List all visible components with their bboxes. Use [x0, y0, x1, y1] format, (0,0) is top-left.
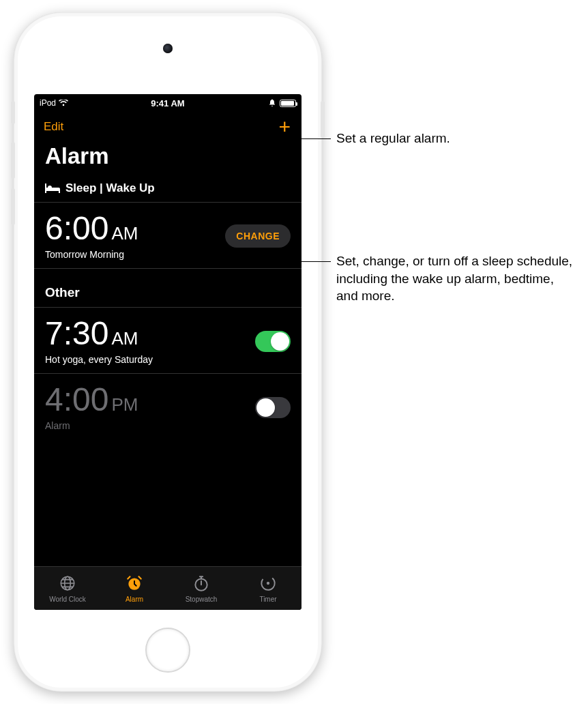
sleep-section-header: Sleep | Wake Up — [34, 179, 302, 203]
edit-button[interactable]: Edit — [44, 120, 63, 134]
front-camera — [163, 44, 173, 53]
screen: iPod 9:41 AM Edit + Alarm Sl — [34, 94, 302, 610]
battery-icon — [280, 100, 296, 107]
wifi-icon — [59, 100, 68, 106]
globe-icon — [59, 574, 76, 593]
mute-switch — [11, 101, 15, 124]
sleep-header-label: Sleep | Wake Up — [65, 181, 155, 195]
sleep-alarm-row: 6:00 AM Tomorrow Morning CHANGE — [34, 203, 302, 269]
tab-stopwatch[interactable]: Stopwatch — [168, 567, 235, 610]
tab-bar: World Clock Alarm Stopwatch Timer — [34, 566, 302, 610]
tab-label: Stopwatch — [186, 596, 218, 603]
nav-bar: Edit + — [34, 109, 302, 141]
alarm-subtitle: Hot yoga, every Saturday — [45, 354, 153, 365]
other-section-header: Other — [34, 269, 302, 308]
alarm-row[interactable]: 4:00 PM Alarm — [34, 374, 302, 439]
other-header-label: Other — [45, 285, 80, 300]
page-title: Alarm — [34, 141, 302, 179]
callout-change-schedule: Set, change, or turn off a sleep schedul… — [336, 252, 575, 305]
status-time: 9:41 AM — [151, 98, 184, 108]
bed-icon — [45, 184, 60, 193]
tab-alarm[interactable]: Alarm — [101, 567, 168, 610]
add-alarm-button[interactable]: + — [278, 120, 292, 134]
volume-up-button — [11, 142, 15, 179]
alarm-row[interactable]: 7:30 AM Hot yoga, every Saturday — [34, 308, 302, 374]
alarm-clock-icon — [126, 574, 143, 593]
tab-world-clock[interactable]: World Clock — [34, 567, 101, 610]
alarm-time: 7:30 AM — [45, 317, 153, 350]
timer-icon — [259, 574, 277, 593]
tab-timer[interactable]: Timer — [235, 567, 302, 610]
tab-label: Alarm — [126, 596, 143, 603]
alarm-time: 4:00 PM — [45, 383, 138, 416]
home-button[interactable] — [145, 628, 190, 673]
sleep-time: 6:00 AM — [45, 212, 138, 245]
alarm-toggle[interactable] — [255, 397, 291, 418]
status-bar: iPod 9:41 AM — [34, 94, 302, 109]
volume-down-button — [11, 188, 15, 225]
callout-leader-line — [285, 138, 331, 139]
change-button[interactable]: CHANGE — [225, 224, 291, 248]
sleep-subtitle: Tomorrow Morning — [45, 249, 138, 260]
alarm-toggle[interactable] — [255, 331, 291, 352]
callout-add-alarm: Set a regular alarm. — [336, 130, 568, 147]
device-label: iPod — [40, 98, 56, 108]
power-button — [321, 101, 325, 138]
alarm-subtitle: Alarm — [45, 420, 138, 431]
svg-point-5 — [267, 581, 269, 584]
device-frame: iPod 9:41 AM Edit + Alarm Sl — [14, 12, 322, 692]
tab-label: Timer — [259, 596, 276, 603]
stopwatch-icon — [192, 574, 210, 593]
callout-leader-line — [274, 261, 331, 262]
tab-label: World Clock — [49, 596, 86, 603]
alarm-status-icon — [268, 99, 276, 107]
